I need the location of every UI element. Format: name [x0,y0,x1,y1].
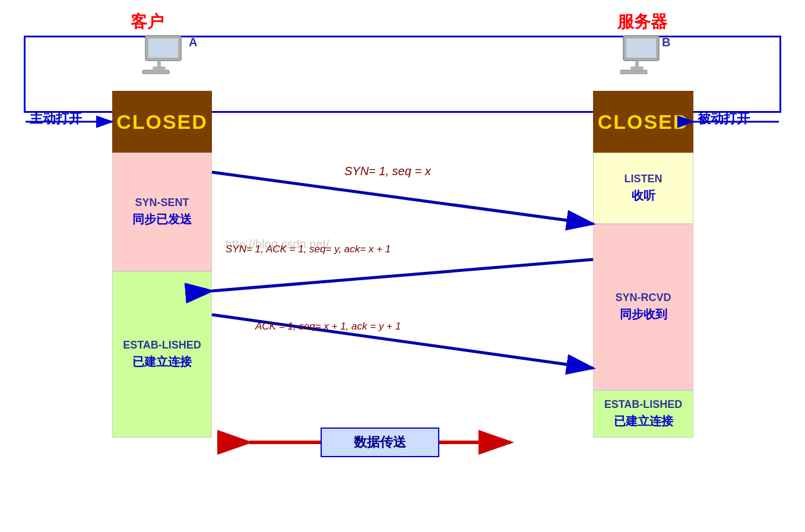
syn1-arrow [212,172,593,224]
ack-label: ACK = 1, seq= x + 1, ack = y + 1 [255,321,401,332]
diagram-container: 客户 服务器 A B CLOSED CLOSED [0,0,805,532]
left-state-column: SYN-SENT 同步已发送 ESTAB-LISHED 已建立连接 [112,153,212,438]
svg-rect-7 [635,61,639,66]
svg-rect-6 [626,39,656,58]
svg-rect-2 [157,61,161,66]
closed-box-left: CLOSED [112,91,212,153]
data-transfer-box: 数据传送 [321,428,439,457]
computer-icon-b [617,33,665,74]
listen-box: LISTEN 收听 [593,153,693,224]
syn1-label: SYN= 1, seq = x [344,164,432,178]
svg-rect-8 [630,66,644,69]
svg-rect-4 [142,70,169,74]
client-label: 客户 [131,11,164,33]
estab-box-right: ESTAB-LISHED 已建立连接 [593,390,693,438]
right-state-column: LISTEN 收听 SYN-RCVD 同步收到 ESTAB-LISHED 已建立… [593,153,693,438]
svg-rect-3 [153,66,166,69]
svg-rect-9 [620,70,647,74]
svg-rect-1 [148,39,178,58]
syn-ack-arrow [212,259,593,291]
computer-icon-a [140,33,187,74]
watermark: http://blog.csdn.net/ [226,238,329,251]
syn-rcvd-box: SYN-RCVD 同步收到 [593,224,693,390]
server-label: 服务器 [617,11,667,33]
active-open-label: 主动打开 [30,110,82,128]
syn-sent-box: SYN-SENT 同步已发送 [112,153,212,271]
estab-box-left: ESTAB-LISHED 已建立连接 [112,271,212,438]
node-label-b: B [662,36,670,49]
ack-arrow [212,315,593,368]
node-label-a: A [189,36,197,49]
syn-ack-label: SYN= 1, ACK = 1, seq= y, ack= x + 1 [226,243,391,255]
closed-box-right: CLOSED [593,91,693,153]
passive-open-label: 被动打开 [698,110,750,128]
